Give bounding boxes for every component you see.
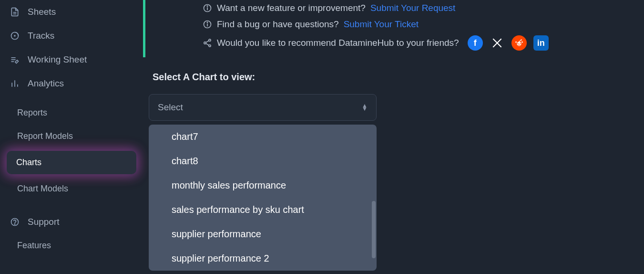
sidebar-item-working-sheet[interactable]: Working Sheet — [0, 48, 143, 72]
sidebar-item-tracks[interactable]: Tracks — [0, 24, 143, 48]
sidebar-item-analytics[interactable]: Analytics — [0, 72, 143, 95]
dropdown-option[interactable]: sales performance by sku chart — [149, 198, 377, 222]
submit-request-link[interactable]: Submit Your Request — [370, 3, 456, 13]
banner-row-feature: Want a new feature or improvement? Submi… — [203, 0, 644, 16]
share-icon — [203, 38, 212, 48]
main-content: Want a new feature or improvement? Submi… — [143, 0, 644, 274]
sidebar: Sheets Tracks Working Sheet Analytics Re… — [0, 0, 143, 274]
info-icon — [203, 20, 212, 29]
nav-label: Analytics — [28, 78, 64, 89]
target-icon — [10, 31, 20, 41]
chart-select[interactable]: Select ▲▼ — [149, 94, 377, 121]
select-chart-label: Select A Chart to view: — [153, 72, 644, 83]
chevron-up-down-icon: ▲▼ — [362, 104, 368, 111]
svg-point-24 — [517, 43, 518, 44]
dropdown-option[interactable]: chart8 — [149, 149, 377, 173]
svg-line-29 — [519, 40, 521, 42]
nav-label: Report Models — [17, 131, 73, 141]
dropdown-option[interactable]: monthly sales performance — [149, 173, 377, 198]
svg-line-21 — [206, 41, 209, 42]
svg-point-11 — [14, 224, 15, 224]
svg-point-3 — [14, 35, 15, 36]
nav-label: Features — [17, 241, 51, 251]
sidebar-item-features[interactable]: Features — [0, 234, 143, 257]
dropdown-option[interactable]: supplier performance — [149, 222, 377, 246]
sidebar-sub-report-models[interactable]: Report Models — [0, 125, 143, 148]
banner-text: Would you like to recommend DatamineHub … — [217, 38, 459, 48]
nav-label: Working Sheet — [28, 54, 87, 65]
sidebar-sub-reports[interactable]: Reports — [0, 101, 143, 125]
dropdown-option[interactable]: supplier performance 2 — [149, 246, 377, 271]
nav-label: Support — [28, 217, 60, 227]
nav-label: Chart Models — [17, 184, 68, 194]
submit-ticket-link[interactable]: Submit Your Ticket — [344, 19, 419, 30]
bar-chart-icon — [10, 78, 20, 89]
banner-row-share: Would you like to recommend DatamineHub … — [203, 32, 644, 53]
scrollbar[interactable] — [372, 201, 376, 258]
svg-line-22 — [206, 43, 209, 45]
x-icon[interactable] — [490, 35, 505, 51]
nav-label: Reports — [17, 108, 47, 118]
edit-list-icon — [10, 54, 20, 65]
sidebar-sub-chart-models[interactable]: Chart Models — [0, 177, 143, 200]
linkedin-icon[interactable]: in — [533, 35, 549, 51]
file-icon — [10, 7, 20, 17]
svg-point-27 — [515, 42, 517, 43]
sidebar-item-sheets[interactable]: Sheets — [0, 0, 143, 24]
info-banner: Want a new feature or improvement? Submi… — [143, 0, 644, 57]
svg-point-26 — [521, 42, 523, 43]
help-icon — [10, 217, 20, 227]
banner-text: Want a new feature or improvement? — [217, 3, 366, 13]
sidebar-sub-charts[interactable]: Charts — [7, 151, 136, 174]
info-icon — [203, 3, 212, 13]
select-placeholder: Select — [158, 102, 183, 113]
dropdown-option[interactable]: chart7 — [149, 125, 377, 149]
reddit-icon[interactable] — [511, 35, 527, 51]
facebook-icon[interactable]: f — [468, 35, 483, 51]
social-icons: f in — [468, 35, 549, 51]
nav-label: Sheets — [28, 7, 56, 17]
chart-dropdown: chart7 chart8 monthly sales performance … — [149, 125, 377, 271]
svg-point-14 — [207, 6, 207, 6]
svg-point-17 — [207, 22, 207, 22]
banner-text: Find a bug or have questions? — [217, 19, 339, 30]
chart-select-wrap: Select ▲▼ chart7 chart8 monthly sales pe… — [149, 94, 377, 271]
svg-point-25 — [520, 43, 521, 44]
nav-label: Charts — [16, 158, 41, 168]
nav-label: Tracks — [28, 31, 54, 41]
banner-row-bug: Find a bug or have questions? Submit You… — [203, 16, 644, 32]
svg-point-23 — [517, 42, 521, 46]
sidebar-item-support[interactable]: Support — [0, 210, 143, 234]
